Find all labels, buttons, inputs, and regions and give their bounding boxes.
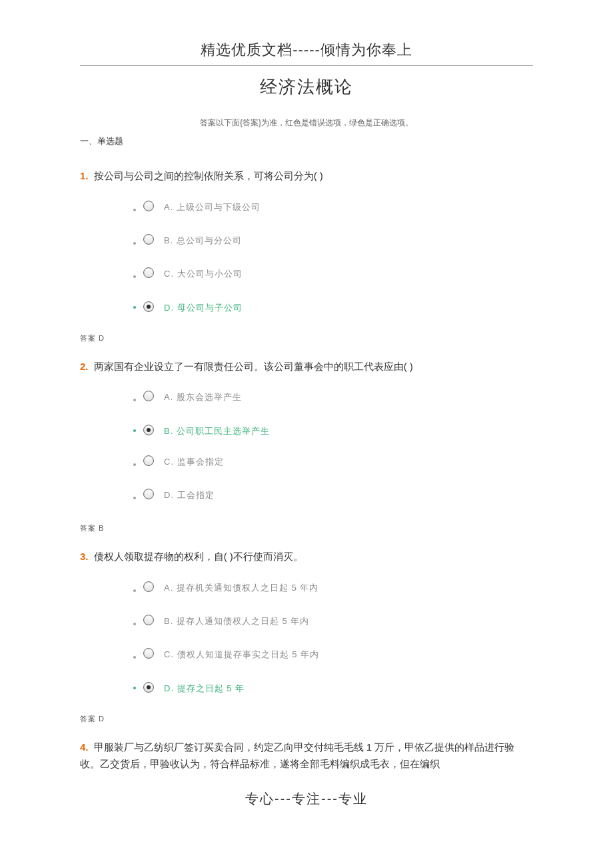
question: 4. 甲服装厂与乙纺织厂签订买卖合同，约定乙向甲交付纯毛毛线 1 万斤，甲依乙提… — [80, 739, 533, 773]
option-text: C. 债权人知道提存事实之日起 5 年内 — [164, 649, 319, 660]
question-stem: 2. 两家国有企业设立了一有限责任公司。该公司董事会中的职工代表应由( ) — [80, 358, 533, 375]
answer-line: 答案 B — [80, 523, 533, 533]
option-text: A. 股东会选举产生 — [164, 392, 242, 403]
option-item[interactable]: B. 公司职工民主选举产生 — [143, 425, 533, 437]
radio-icon[interactable] — [143, 581, 154, 592]
radio-icon[interactable] — [143, 648, 154, 659]
option-item[interactable]: D. 提存之日起 5 年 — [143, 683, 533, 694]
question-stem: 4. 甲服装厂与乙纺织厂签订买卖合同，约定乙向甲交付纯毛毛线 1 万斤，甲依乙提… — [80, 739, 533, 773]
document-title: 经济法概论 — [80, 75, 533, 99]
question: 3. 债权人领取提存物的权利，自( )不行使而消灭。A. 提存机关通知债权人之日… — [80, 548, 533, 724]
question-number: 3. — [80, 551, 89, 562]
radio-icon[interactable] — [143, 391, 154, 401]
option-text: C. 监事会指定 — [164, 457, 224, 467]
option-list: A. 提存机关通知债权人之日起 5 年内B. 提存人通知债权人之日起 5 年内C… — [80, 583, 533, 694]
answer-line: 答案 D — [80, 714, 533, 724]
question: 2. 两家国有企业设立了一有限责任公司。该公司董事会中的职工代表应由( )A. … — [80, 358, 533, 534]
option-item[interactable]: C. 大公司与小公司 — [143, 269, 533, 282]
option-list: A. 上级公司与下级公司B. 总公司与分公司C. 大公司与小公司D. 母公司与子… — [80, 202, 533, 313]
option-item[interactable]: D. 工会指定 — [143, 490, 533, 503]
option-text: C. 大公司与小公司 — [164, 269, 243, 279]
question-number: 4. — [80, 741, 89, 753]
option-text: B. 总公司与分公司 — [164, 235, 242, 246]
questions-container: 1. 按公司与公司之间的控制依附关系，可将公司分为( )A. 上级公司与下级公司… — [80, 167, 533, 773]
option-text: D. 母公司与子公司 — [164, 303, 243, 313]
option-text: A. 提存机关通知债权人之日起 5 年内 — [164, 583, 318, 593]
radio-icon[interactable] — [143, 425, 154, 435]
option-text: B. 提存人通知债权人之日起 5 年内 — [164, 616, 309, 627]
radio-icon[interactable] — [143, 267, 154, 278]
option-item[interactable]: D. 母公司与子公司 — [143, 302, 533, 313]
answer-line: 答案 D — [80, 333, 533, 343]
option-item[interactable]: B. 提存人通知债权人之日起 5 年内 — [143, 616, 533, 629]
radio-icon[interactable] — [143, 201, 154, 211]
option-text: D. 工会指定 — [164, 490, 215, 501]
question: 1. 按公司与公司之间的控制依附关系，可将公司分为( )A. 上级公司与下级公司… — [80, 167, 533, 343]
radio-icon[interactable] — [143, 455, 154, 466]
radio-icon[interactable] — [143, 615, 154, 625]
option-list: A. 股东会选举产生B. 公司职工民主选举产生C. 监事会指定D. 工会指定 — [80, 392, 533, 503]
page-footer: 专心---专注---专业 — [80, 790, 533, 808]
option-item[interactable]: C. 债权人知道提存事实之日起 5 年内 — [143, 649, 533, 663]
question-stem: 3. 债权人领取提存物的权利，自( )不行使而消灭。 — [80, 548, 533, 565]
question-number: 2. — [80, 361, 89, 372]
section-heading: 一、单选题 — [80, 135, 533, 147]
option-item[interactable]: A. 提存机关通知债权人之日起 5 年内 — [143, 583, 533, 596]
option-text: D. 提存之日起 5 年 — [164, 683, 245, 694]
option-item[interactable]: A. 上级公司与下级公司 — [143, 202, 533, 215]
radio-icon[interactable] — [143, 489, 154, 499]
radio-icon[interactable] — [143, 301, 154, 312]
page-header: 精选优质文档-----倾情为你奉上 — [80, 40, 533, 66]
question-number: 1. — [80, 170, 89, 181]
radio-icon[interactable] — [143, 682, 154, 693]
instruction-text: 答案以下面{答案}为准，红色是错误选项，绿色是正确选项。 — [80, 117, 533, 129]
question-stem: 1. 按公司与公司之间的控制依附关系，可将公司分为( ) — [80, 167, 533, 185]
page-container: 精选优质文档-----倾情为你奉上 经济法概论 答案以下面{答案}为准，红色是错… — [0, 0, 613, 835]
option-item[interactable]: B. 总公司与分公司 — [143, 235, 533, 249]
option-text: A. 上级公司与下级公司 — [164, 202, 261, 213]
option-text: B. 公司职工民主选举产生 — [164, 426, 270, 437]
option-item[interactable]: C. 监事会指定 — [143, 457, 533, 470]
radio-icon[interactable] — [143, 234, 154, 245]
option-item[interactable]: A. 股东会选举产生 — [143, 392, 533, 405]
